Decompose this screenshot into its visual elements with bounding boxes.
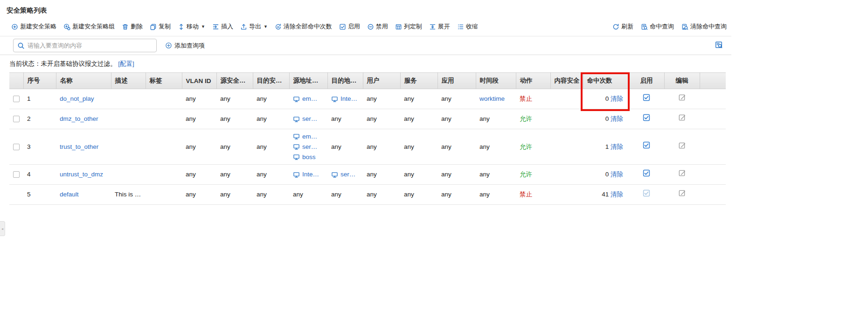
src-address-link[interactable]: Inte… bbox=[302, 169, 319, 180]
policy-name-link[interactable]: do_not_play bbox=[60, 95, 94, 102]
edit-icon[interactable] bbox=[678, 189, 686, 197]
edit-icon[interactable] bbox=[678, 93, 686, 101]
src-address-link[interactable]: em… bbox=[302, 132, 317, 142]
disable-label: 禁用 bbox=[376, 22, 388, 31]
col-header-desc[interactable]: 描述 bbox=[111, 73, 146, 89]
enable-button[interactable]: 启用 bbox=[339, 21, 360, 32]
col-header-tag[interactable]: 标签 bbox=[146, 73, 182, 89]
expand-button[interactable]: 展开 bbox=[429, 21, 450, 32]
col-header-content[interactable]: 内容安全 bbox=[550, 73, 583, 89]
hits-cell: 0 清除 bbox=[583, 109, 629, 129]
src-address-link[interactable]: ser… bbox=[302, 114, 317, 124]
name-cell: default bbox=[56, 185, 111, 205]
tag-cell bbox=[146, 185, 182, 205]
move-button[interactable]: 移动▼ bbox=[178, 21, 205, 32]
copy-button[interactable]: 复制 bbox=[150, 21, 171, 32]
clear-hits-link[interactable]: 清除 bbox=[611, 143, 623, 150]
desc-cell bbox=[111, 109, 146, 129]
col-header-name[interactable]: 名称 bbox=[56, 73, 111, 89]
vlan-cell: any bbox=[182, 89, 216, 109]
dst-address-link[interactable]: Inte… bbox=[340, 94, 357, 104]
content-security-cell bbox=[550, 109, 583, 129]
src-zone-cell: any bbox=[216, 89, 253, 109]
col-header-dst-addr[interactable]: 目的地… bbox=[327, 73, 363, 89]
refresh-button[interactable]: 刷新 bbox=[612, 21, 633, 32]
column-custom-icon bbox=[395, 23, 402, 30]
policy-name-link[interactable]: trust_to_other bbox=[60, 143, 98, 150]
checkbox-checked-disabled-icon bbox=[643, 189, 650, 197]
clear-hits-link[interactable]: 清除 bbox=[611, 115, 623, 122]
policy-name-link[interactable]: untrust_to_dmz bbox=[60, 171, 103, 178]
clear-hits-link[interactable]: 清除 bbox=[611, 95, 623, 102]
clear-all-hits-button[interactable]: 00 清除全部命中次数 bbox=[275, 21, 332, 32]
select-cell bbox=[9, 185, 23, 205]
checkbox-checked-icon[interactable] bbox=[643, 169, 650, 177]
refresh-icon bbox=[612, 23, 619, 30]
policy-row-3: 3 trust_to_other any any any em… ser… bo… bbox=[9, 129, 726, 165]
insert-button[interactable]: 插入 bbox=[212, 21, 233, 32]
checkbox-checked-icon[interactable] bbox=[643, 114, 650, 121]
src-address-link[interactable]: em… bbox=[302, 94, 317, 104]
select-cell bbox=[9, 109, 23, 129]
service-cell: any bbox=[400, 89, 437, 109]
time-range-link[interactable]: worktime bbox=[479, 95, 505, 102]
user-cell: any bbox=[363, 109, 400, 129]
checkbox-checked-icon[interactable] bbox=[643, 94, 650, 101]
panel-collapse-handle[interactable]: ◂ bbox=[0, 221, 5, 236]
policy-name-link[interactable]: dmz_to_other bbox=[60, 115, 98, 122]
src-address-link[interactable]: ser… bbox=[302, 142, 317, 152]
collapse-arrow-icon: ◂ bbox=[1, 227, 3, 231]
edit-icon[interactable] bbox=[678, 113, 686, 121]
time-cell: any bbox=[476, 129, 516, 165]
col-header-dst-zone[interactable]: 目的安… bbox=[253, 73, 289, 89]
col-header-app[interactable]: 应用 bbox=[437, 73, 476, 89]
hit-query-panel-button[interactable] bbox=[715, 41, 723, 50]
export-button[interactable]: 导出▼ bbox=[240, 21, 268, 32]
col-header-enable[interactable]: 启用 bbox=[629, 73, 664, 89]
column-custom-button[interactable]: 列定制 bbox=[395, 21, 422, 32]
row-checkbox[interactable] bbox=[13, 171, 20, 178]
col-header-src-zone[interactable]: 源安全… bbox=[216, 73, 253, 89]
disable-button[interactable]: 禁用 bbox=[367, 21, 388, 32]
clear-hits-link[interactable]: 清除 bbox=[611, 191, 623, 198]
dst-zone-cell: any bbox=[253, 165, 289, 185]
policy-row-2: 2 dmz_to_other any any any ser… any any … bbox=[9, 109, 726, 129]
edit-icon[interactable] bbox=[678, 141, 686, 149]
dst-address-link[interactable]: ser… bbox=[340, 169, 355, 180]
checkbox-checked-icon[interactable] bbox=[643, 141, 650, 149]
select-cell bbox=[9, 165, 23, 185]
hits-cell: 1 清除 bbox=[583, 129, 629, 165]
service-cell: any bbox=[400, 185, 437, 205]
collapse-button[interactable]: 收缩 bbox=[457, 21, 478, 32]
new-policy-group-button[interactable]: 新建安全策略组 bbox=[63, 21, 115, 32]
col-header-service[interactable]: 服务 bbox=[400, 73, 437, 89]
col-header-edit[interactable]: 编辑 bbox=[664, 73, 700, 89]
column-custom-label: 列定制 bbox=[404, 22, 422, 31]
config-link[interactable]: [配置] bbox=[118, 60, 134, 67]
new-policy-button[interactable]: 新建安全策略 bbox=[11, 21, 56, 32]
policy-name-link[interactable]: default bbox=[60, 191, 79, 198]
col-header-seq[interactable]: 序号 bbox=[23, 73, 56, 89]
col-header-hits[interactable]: 命中次数 bbox=[583, 73, 629, 89]
hits-cell: 0 清除 bbox=[583, 165, 629, 185]
search-input[interactable] bbox=[28, 42, 153, 49]
hit-search-button[interactable]: 命中查询 bbox=[641, 21, 674, 32]
delete-button[interactable]: 删除 bbox=[122, 21, 143, 32]
col-header-src-addr[interactable]: 源地址… bbox=[289, 73, 327, 89]
edit-icon[interactable] bbox=[678, 169, 686, 177]
hits-cell: 0 清除 bbox=[583, 89, 629, 109]
row-checkbox[interactable] bbox=[13, 116, 20, 122]
clear-hits-link[interactable]: 清除 bbox=[611, 171, 623, 178]
src-address-link[interactable]: boss bbox=[302, 152, 316, 162]
col-header-user[interactable]: 用户 bbox=[363, 73, 400, 89]
row-checkbox[interactable] bbox=[13, 144, 20, 150]
col-header-action[interactable]: 动作 bbox=[516, 73, 550, 89]
app-cell: any bbox=[437, 165, 476, 185]
add-query-button[interactable]: 添加查询项 bbox=[165, 42, 205, 50]
col-header-time[interactable]: 时间段 bbox=[476, 73, 516, 89]
time-cell: any bbox=[476, 165, 516, 185]
clear-hit-search-button[interactable]: 清除命中查询 bbox=[681, 21, 727, 32]
row-checkbox[interactable] bbox=[13, 96, 20, 102]
col-header-vlan[interactable]: VLAN ID bbox=[182, 73, 216, 89]
tag-cell bbox=[146, 165, 182, 185]
